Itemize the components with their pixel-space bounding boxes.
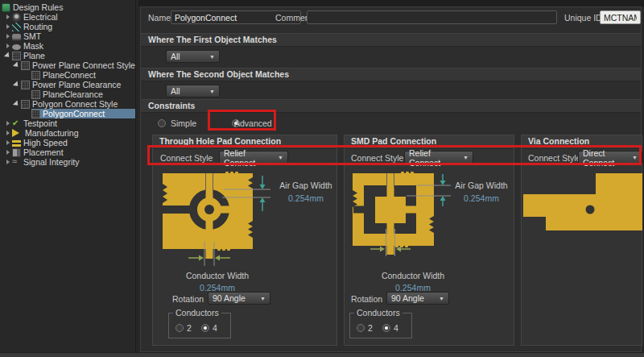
- expand-arrow-icon[interactable]: [3, 119, 12, 128]
- second-object-scope-dropdown[interactable]: All▼: [166, 85, 220, 98]
- chevron-down-icon: ▼: [463, 155, 469, 160]
- rule-icon: [31, 110, 40, 118]
- conductors-2-label: 2: [187, 323, 192, 333]
- tree-item-planeclearance[interactable]: PlaneClearance: [0, 89, 135, 99]
- through-hole-relief-diagram: [159, 171, 274, 271]
- design-rules-tree: Design Rules Electrical Routing SMT Mask…: [0, 0, 136, 352]
- second-object-matches-header: Where The Second Object Matches: [141, 68, 641, 81]
- conductors-4-radio[interactable]: [201, 324, 209, 332]
- electrical-icon: [12, 13, 21, 22]
- chevron-down-icon: ▼: [439, 296, 444, 301]
- high-speed-icon: [12, 140, 21, 147]
- rotation-label: Rotation: [351, 293, 382, 305]
- testpoint-icon: [12, 119, 21, 128]
- connect-style-dropdown[interactable]: Direct Connect▼: [578, 151, 642, 164]
- routing-icon: [12, 23, 21, 31]
- smd-relief-diagram: [351, 171, 454, 259]
- conductors-2-label: 2: [368, 323, 373, 333]
- tree-item-electrical[interactable]: Electrical: [0, 12, 135, 22]
- rotation-dropdown[interactable]: 90 Angle▼: [208, 292, 270, 305]
- rule-icon: [21, 61, 30, 70]
- expand-arrow-icon[interactable]: [3, 32, 12, 41]
- tree-item-planeconnect[interactable]: PlaneConnect: [0, 70, 135, 80]
- conductor-width-label: Conductor Width: [165, 269, 270, 282]
- conductors-2-radio[interactable]: [357, 324, 365, 332]
- tree-item-mask[interactable]: Mask: [0, 41, 135, 51]
- constraints-header: Constraints: [141, 99, 641, 113]
- expand-arrow-icon[interactable]: [3, 139, 12, 147]
- collapse-arrow-icon[interactable]: [12, 100, 21, 109]
- advanced-radio-label: Advanced: [234, 117, 272, 130]
- tree-item-placement[interactable]: Placement: [0, 147, 135, 157]
- air-gap-width-label: Air Gap Width: [275, 179, 336, 192]
- tree-item-power-plane-connect-style[interactable]: Power Plane Connect Style: [0, 60, 135, 70]
- rotation-dropdown[interactable]: 90 Angle▼: [386, 292, 449, 305]
- first-object-scope-dropdown[interactable]: All▼: [166, 50, 220, 63]
- air-gap-width-value: 0.254mm: [452, 192, 510, 205]
- name-label: Name: [148, 11, 171, 24]
- connect-style-label: Connect Style: [528, 152, 580, 164]
- tree-item-testpoint[interactable]: Testpoint: [0, 118, 135, 128]
- tree-item-power-plane-clearance[interactable]: Power Plane Clearance: [0, 80, 135, 89]
- panel-title: Via Connection: [522, 135, 642, 149]
- unique-id-input[interactable]: [600, 10, 641, 24]
- tree-item-smt[interactable]: SMT: [0, 31, 135, 41]
- rotation-label: Rotation: [172, 293, 204, 305]
- chevron-down-icon: ▼: [632, 155, 638, 160]
- comment-input[interactable]: [307, 10, 557, 24]
- mask-icon: [12, 44, 21, 50]
- connect-style-dropdown[interactable]: Relief Connect▼: [219, 151, 288, 164]
- tree-item-polygonconnect-selected[interactable]: PolygonConnect: [0, 109, 135, 118]
- simple-radio[interactable]: [158, 119, 166, 127]
- connect-style-label: Connect Style: [160, 152, 213, 164]
- rule-icon: [31, 90, 40, 99]
- simple-radio-label: Simple: [171, 117, 196, 130]
- expand-arrow-icon[interactable]: [3, 13, 12, 22]
- chevron-down-icon: ▼: [209, 89, 215, 94]
- collapse-arrow-icon[interactable]: [3, 52, 12, 60]
- air-gap-width-value: 0.254mm: [275, 192, 336, 205]
- collapse-arrow-icon[interactable]: [12, 61, 21, 70]
- placement-icon: [12, 148, 21, 157]
- first-object-matches-header: Where The First Object Matches: [141, 33, 641, 47]
- unique-id-label: Unique ID: [564, 11, 602, 24]
- chevron-down-icon: ▼: [278, 155, 283, 160]
- chevron-down-icon: ▼: [260, 296, 266, 301]
- smd-pad-connection-panel: SMD Pad Connection Connect Style Relief …: [344, 135, 514, 346]
- conductors-label: Conductors: [354, 308, 402, 318]
- manufacturing-icon: [12, 129, 21, 137]
- conductors-group: Conductors 2 4: [168, 313, 231, 338]
- top-divider: [138, 0, 644, 6]
- tree-item-high-speed[interactable]: High Speed: [0, 138, 135, 147]
- rule-icon: [21, 100, 30, 109]
- rule-editor-panel: Name Comment Unique ID Where The First O…: [140, 6, 642, 352]
- design-rules-icon: [2, 3, 10, 12]
- tree-item-signal-integrity[interactable]: Signal Integrity: [0, 157, 135, 167]
- tree-item-design-rules[interactable]: Design Rules: [0, 2, 135, 12]
- conductors-4-label: 4: [213, 323, 217, 333]
- plane-icon: [12, 52, 21, 60]
- expand-arrow-icon[interactable]: [3, 148, 12, 157]
- tree-item-routing[interactable]: Routing: [0, 22, 135, 31]
- expand-arrow-icon[interactable]: [3, 23, 12, 31]
- conductors-label: Conductors: [173, 308, 221, 318]
- via-connection-panel: Via Connection Connect Style Direct Conn…: [521, 135, 642, 346]
- conductors-2-radio[interactable]: [175, 324, 184, 332]
- expand-arrow-icon[interactable]: [3, 42, 12, 51]
- through-hole-pad-connection-panel: Through Hole Pad Connection Connect Styl…: [152, 135, 337, 346]
- tree-item-manufacturing[interactable]: Manufacturing: [0, 128, 135, 138]
- connect-style-label: Connect Style: [351, 152, 403, 164]
- panel-title: SMD Pad Connection: [345, 135, 514, 149]
- bottom-divider: [0, 352, 644, 357]
- signal-integrity-icon: [12, 158, 21, 167]
- collapse-arrow-icon[interactable]: [12, 81, 21, 89]
- smt-icon: [12, 34, 21, 40]
- connect-style-dropdown[interactable]: Relief Connect▼: [404, 151, 473, 164]
- conductors-4-radio[interactable]: [382, 324, 390, 332]
- expand-arrow-icon[interactable]: [3, 158, 12, 167]
- expand-arrow-icon[interactable]: [3, 129, 12, 138]
- air-gap-width-label: Air Gap Width: [452, 179, 510, 192]
- tree-item-plane[interactable]: Plane: [0, 51, 135, 60]
- conductors-group: Conductors 2 4: [349, 313, 412, 338]
- tree-item-polygon-connect-style[interactable]: Polygon Connect Style: [0, 99, 135, 109]
